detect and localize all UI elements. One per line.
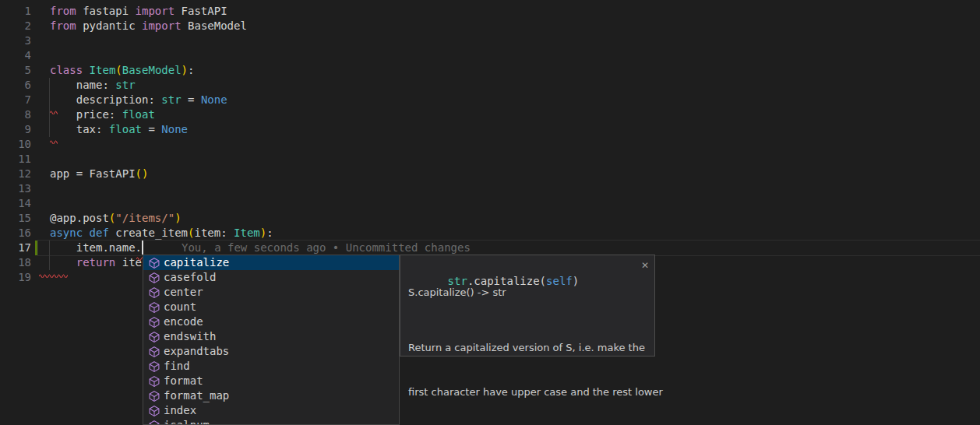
code-line[interactable]: 4	[0, 48, 980, 63]
code-line[interactable]: 13	[0, 181, 980, 196]
error-squiggle	[50, 133, 58, 148]
close-icon[interactable]: ✕	[641, 258, 649, 273]
code-line[interactable]: 1from fastapi import FastAPI	[0, 4, 980, 19]
code-line[interactable]: 12app = FastAPI()	[0, 167, 980, 181]
suggest-item[interactable]: endswith	[143, 329, 399, 344]
line-number: 6	[0, 78, 31, 93]
symbol-method-icon	[148, 420, 160, 425]
code-line[interactable]: 11	[0, 152, 980, 167]
signature-part: self	[546, 275, 573, 287]
suggest-widget[interactable]: capitalizecasefoldcentercountencodeendsw…	[143, 255, 400, 425]
code-text: from fastapi import FastAPI	[50, 4, 227, 19]
code-text: class Item(BaseModel):	[50, 63, 194, 78]
docs-description: Return a capitalized version of S, i.e. …	[408, 311, 663, 425]
line-number: 3	[0, 33, 31, 48]
suggest-item-label: format_map	[164, 388, 229, 403]
suggest-item[interactable]: capitalize	[143, 255, 399, 270]
suggest-item-label: endswith	[164, 329, 216, 344]
text-cursor	[142, 241, 143, 255]
code-editor[interactable]: 1from fastapi import FastAPI2from pydant…	[0, 0, 980, 425]
suggest-item-label: isalnum	[164, 418, 210, 425]
suggest-item-label: index	[164, 403, 196, 418]
code-text: app = FastAPI()	[50, 167, 148, 181]
code-line[interactable]: 17 item.name.	[0, 241, 980, 255]
suggest-item[interactable]: count	[143, 300, 399, 314]
suggest-item-label: center	[164, 285, 203, 300]
suggest-item[interactable]: encode	[143, 314, 399, 329]
line-number: 15	[0, 211, 31, 226]
code-line[interactable]: 15@app.post("/items/")	[0, 211, 980, 226]
line-number: 12	[0, 167, 31, 181]
line-number: 10	[0, 137, 31, 152]
code-line[interactable]: 10	[0, 137, 980, 152]
docs-description-line: Return a capitalized version of S, i.e. …	[408, 340, 663, 355]
symbol-method-icon	[148, 316, 160, 328]
line-number: 13	[0, 181, 31, 196]
code-text: name: str	[50, 78, 136, 93]
line-number: 2	[0, 19, 31, 33]
line-number: 18	[0, 255, 31, 270]
suggest-item[interactable]: casefold	[143, 270, 399, 285]
code-line[interactable]: 5class Item(BaseModel):	[0, 63, 980, 78]
suggest-item[interactable]: expandtabs	[143, 344, 399, 359]
code-line[interactable]: 16async def create_item(item: Item):	[0, 226, 980, 241]
suggest-item-label: casefold	[164, 270, 216, 285]
line-number: 14	[0, 196, 31, 211]
code-text: tax: float = None	[50, 122, 188, 137]
line-number: 7	[0, 93, 31, 107]
code-text: from pydantic import BaseModel	[50, 19, 247, 33]
symbol-method-icon	[148, 331, 160, 343]
line-number: 11	[0, 152, 31, 167]
error-squiggle	[39, 267, 68, 282]
code-line[interactable]: 9 tax: float = None	[0, 122, 980, 137]
line-number: 17	[0, 241, 31, 255]
suggest-docs-panel: str.capitalize(self) ✕ S.capitalize() ->…	[400, 255, 655, 357]
docs-summary: S.capitalize() -> str	[408, 285, 506, 300]
symbol-method-icon	[148, 405, 160, 417]
line-number: 4	[0, 48, 31, 63]
symbol-method-icon	[148, 257, 160, 269]
suggest-item-label: capitalize	[164, 255, 229, 270]
symbol-method-icon	[148, 301, 160, 314]
line-number: 19	[0, 270, 31, 285]
suggest-item[interactable]: format	[143, 374, 399, 388]
suggest-item-label: find	[164, 359, 190, 374]
code-text: @app.post("/items/")	[50, 211, 182, 226]
suggest-item[interactable]: index	[143, 403, 399, 418]
code-line[interactable]: 3	[0, 33, 980, 48]
code-text: price: float	[50, 107, 155, 122]
docs-description-line: first character have upper case and the …	[408, 385, 663, 399]
line-number: 16	[0, 226, 31, 241]
symbol-method-icon	[148, 360, 160, 373]
code-line[interactable]: 6 name: str	[0, 78, 980, 93]
suggest-item-label: count	[164, 300, 196, 314]
signature-part: )	[573, 275, 579, 287]
symbol-method-icon	[148, 390, 160, 402]
code-text: item.name.	[50, 241, 142, 255]
inline-blame: You, a few seconds ago • Uncommitted cha…	[182, 241, 471, 255]
line-number: 5	[0, 63, 31, 78]
suggest-item-label: format	[164, 374, 203, 388]
code-line[interactable]: 7 description: str = None	[0, 93, 980, 107]
suggest-item[interactable]: format_map	[143, 388, 399, 403]
code-text: description: str = None	[50, 93, 227, 107]
symbol-method-icon	[148, 272, 160, 284]
symbol-method-icon	[148, 286, 160, 299]
line-number: 9	[0, 122, 31, 137]
code-line[interactable]: 8 price: float	[0, 107, 980, 122]
suggest-item[interactable]: find	[143, 359, 399, 374]
symbol-method-icon	[148, 375, 160, 388]
code-line[interactable]: 14	[0, 196, 980, 211]
suggest-item-label: encode	[164, 314, 203, 329]
suggest-item-label: expandtabs	[164, 344, 229, 359]
suggest-item[interactable]: isalnum	[143, 418, 399, 425]
error-squiggle	[50, 104, 58, 118]
symbol-method-icon	[148, 346, 160, 358]
code-line[interactable]: 2from pydantic import BaseModel	[0, 19, 980, 33]
line-number: 8	[0, 107, 31, 122]
line-number: 1	[0, 4, 31, 19]
suggest-item[interactable]: center	[143, 285, 399, 300]
code-text: async def create_item(item: Item):	[50, 226, 273, 241]
